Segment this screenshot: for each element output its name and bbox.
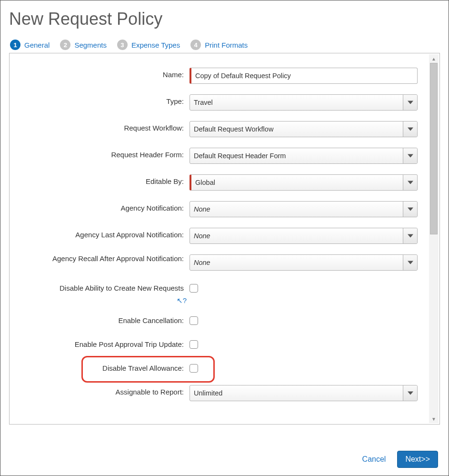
header-form-label: Request Header Form:: [18, 148, 190, 159]
chevron-down-icon: [403, 122, 417, 137]
agency-notif-select[interactable]: None: [190, 201, 418, 217]
enable-cancel-checkbox[interactable]: [190, 316, 198, 325]
workflow-select-value: Default Request Workflow: [194, 125, 403, 133]
type-select-value: Travel: [194, 99, 403, 106]
agency-last-notif-select[interactable]: None: [190, 228, 418, 244]
scrollbar[interactable]: ▲ ▼: [429, 54, 439, 423]
workflow-label: Request Workflow:: [18, 121, 190, 132]
editable-by-select-value: Global: [195, 179, 403, 186]
help-cursor-icon: ↖?: [15, 296, 187, 305]
chevron-down-icon: [403, 175, 417, 190]
wizard-step-segments[interactable]: 2 Segments: [60, 40, 107, 50]
wizard-step-label: General: [24, 41, 50, 49]
wizard-step-number: 3: [117, 40, 128, 50]
name-input[interactable]: [190, 68, 418, 84]
type-select[interactable]: Travel: [190, 94, 418, 111]
wizard-step-number: 2: [60, 40, 70, 50]
wizard-step-label: Expense Types: [131, 41, 180, 49]
wizard-footer: Cancel Next>>: [360, 451, 438, 468]
chevron-down-icon: [403, 255, 417, 270]
wizard-step-general[interactable]: 1 General: [10, 40, 50, 50]
agency-recall-notif-select[interactable]: None: [190, 254, 418, 271]
chevron-down-icon: [403, 148, 417, 163]
disable-ta-label: Disable Travel Allowance:: [18, 361, 190, 372]
chevron-down-icon: [403, 202, 417, 217]
agency-last-notif-label: Agency Last Approval Notification:: [18, 228, 190, 239]
disable-ta-checkbox[interactable]: [190, 364, 198, 373]
assignable-select[interactable]: Unlimited: [190, 385, 418, 401]
wizard-step-expense-types[interactable]: 3 Expense Types: [117, 40, 180, 50]
next-button[interactable]: Next>>: [397, 451, 438, 468]
wizard-step-number: 4: [190, 40, 201, 50]
wizard-steps: 1 General 2 Segments 3 Expense Types 4 P…: [9, 40, 440, 50]
scrollbar-thumb[interactable]: [430, 63, 438, 234]
chevron-down-icon: [403, 228, 417, 243]
header-form-select[interactable]: Default Request Header Form: [190, 148, 418, 164]
wizard-step-label: Segments: [74, 41, 107, 49]
agency-recall-notif-label: Agency Recall After Approval Notificatio…: [18, 254, 190, 263]
form-panel: Name: Type: Travel Request Workflow: Def…: [9, 53, 440, 425]
agency-notif-label: Agency Notification:: [18, 201, 190, 212]
editable-by-select[interactable]: Global: [190, 174, 418, 191]
enable-cancel-label: Enable Cancellation:: [18, 314, 190, 324]
header-form-select-value: Default Request Header Form: [194, 152, 403, 160]
disable-create-checkbox[interactable]: [190, 284, 198, 293]
scroll-up-icon[interactable]: ▲: [429, 54, 439, 63]
disable-create-label: Disable Ability to Create New Requests: [18, 281, 190, 292]
chevron-down-icon: [403, 95, 417, 110]
enable-post-trip-label: Enable Post Approval Trip Update:: [18, 337, 190, 348]
agency-notif-select-value: None: [194, 205, 403, 213]
scroll-down-icon[interactable]: ▼: [429, 415, 439, 423]
chevron-down-icon: [403, 385, 417, 401]
editable-by-label: Editable By:: [18, 174, 190, 185]
name-label: Name:: [18, 68, 190, 79]
agency-recall-notif-select-value: None: [194, 259, 403, 266]
agency-last-notif-select-value: None: [194, 232, 403, 240]
wizard-step-number: 1: [10, 40, 20, 50]
cancel-button[interactable]: Cancel: [360, 452, 388, 466]
type-label: Type:: [18, 94, 190, 105]
wizard-step-label: Print Formats: [205, 41, 248, 49]
workflow-select[interactable]: Default Request Workflow: [190, 121, 418, 137]
assignable-select-value: Unlimited: [194, 389, 403, 397]
assignable-label: Assignable to Report:: [18, 385, 190, 396]
enable-post-trip-checkbox[interactable]: [190, 340, 198, 349]
wizard-step-print-formats[interactable]: 4 Print Formats: [190, 40, 248, 50]
page-title: New Request Policy: [9, 9, 440, 29]
